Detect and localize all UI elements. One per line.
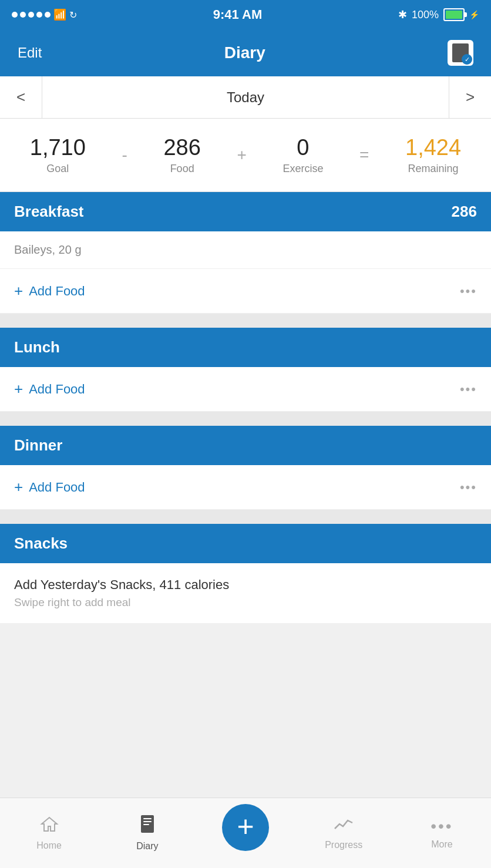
lunch-header: Lunch (0, 328, 491, 367)
plus-icon: + (14, 282, 23, 300)
more-label: More (431, 839, 452, 850)
lunch-add-food-button[interactable]: + Add Food (14, 380, 85, 398)
snacks-header: Snacks (0, 524, 491, 563)
goal-value: 1,710 (30, 135, 86, 160)
progress-icon (334, 816, 354, 836)
dinner-more-button[interactable]: ••• (460, 480, 477, 495)
check-icon: ✓ (462, 54, 472, 65)
next-date-button[interactable]: > (449, 76, 491, 118)
date-navigation: < Today > (0, 76, 491, 119)
tab-more[interactable]: ••• More (393, 817, 491, 850)
home-label: Home (36, 840, 62, 851)
book-icon: ✓ (452, 43, 469, 62)
add-icon: + (237, 812, 254, 841)
plus-icon: + (14, 380, 23, 398)
equals-operator: = (359, 146, 369, 164)
plus-operator: + (237, 146, 246, 164)
food-item-name: Baileys, 20 g (14, 243, 82, 256)
add-button[interactable]: + (222, 804, 269, 851)
current-date: Today (42, 89, 449, 106)
breakfast-header: Breakfast 286 (0, 192, 491, 231)
food-calories: 286 Food (163, 135, 200, 175)
wifi-icon: 📶 (53, 8, 66, 21)
dinner-add-food-label: Add Food (29, 480, 85, 495)
plus-icon: + (14, 478, 23, 496)
breakfast-more-button[interactable]: ••• (460, 284, 477, 299)
exercise-label: Exercise (283, 163, 323, 175)
lunch-title: Lunch (14, 338, 60, 356)
diary-label: Diary (136, 841, 158, 852)
tab-diary[interactable]: Diary (98, 815, 196, 852)
dinner-spacer (0, 510, 491, 524)
dinner-title: Dinner (14, 436, 62, 455)
lunch-add-food-label: Add Food (29, 382, 85, 397)
tab-add[interactable]: + (196, 804, 294, 863)
svg-rect-3 (143, 824, 149, 825)
minus-operator: - (122, 146, 127, 164)
svg-rect-1 (143, 818, 152, 819)
food-label: Food (163, 163, 200, 175)
lunch-more-button[interactable]: ••• (460, 382, 477, 397)
goal-calories: 1,710 Goal (30, 135, 86, 175)
more-icon: ••• (431, 817, 453, 836)
diary-icon (140, 815, 155, 837)
exercise-calories: 0 Exercise (283, 135, 323, 175)
breakfast-add-food-label: Add Food (29, 284, 85, 299)
snacks-suggestion-title: Add Yesterday's Snacks, 411 calories (14, 577, 477, 593)
progress-label: Progress (325, 840, 362, 850)
breakfast-food-item[interactable]: Baileys, 20 g (0, 231, 491, 269)
status-right: ✱ 100% ⚡ (398, 8, 479, 21)
edit-button[interactable]: Edit (18, 45, 42, 61)
remaining-label: Remaining (405, 163, 461, 175)
dinner-add-food-button[interactable]: + Add Food (14, 478, 85, 496)
tab-progress[interactable]: Progress (295, 816, 393, 850)
snacks-suggestion[interactable]: Add Yesterday's Snacks, 411 calories Swi… (0, 563, 491, 623)
breakfast-spacer (0, 314, 491, 328)
battery-icon (443, 8, 465, 21)
remaining-value: 1,424 (405, 135, 461, 160)
prev-date-button[interactable]: < (0, 76, 42, 118)
battery-percent: 100% (412, 9, 439, 21)
dinner-header: Dinner (0, 426, 491, 465)
charging-icon: ⚡ (469, 10, 479, 19)
breakfast-title: Breakfast (14, 203, 84, 221)
refresh-icon: ↻ (69, 9, 77, 21)
nav-bar: Edit Diary ✓ (0, 29, 491, 76)
signal-dots (12, 12, 51, 18)
tab-bar: Home Diary + Progress ••• More (0, 798, 491, 868)
bluetooth-icon: ✱ (398, 8, 407, 21)
breakfast-calories: 286 (452, 203, 477, 221)
lunch-add-food-row: + Add Food ••• (0, 367, 491, 412)
save-diary-button[interactable]: ✓ (448, 40, 473, 66)
svg-rect-2 (143, 821, 152, 822)
breakfast-add-food-button[interactable]: + Add Food (14, 282, 85, 300)
calories-summary: 1,710 Goal - 286 Food + 0 Exercise = 1,4… (0, 119, 491, 192)
page-title: Diary (224, 43, 265, 62)
lunch-spacer (0, 412, 491, 426)
goal-label: Goal (30, 163, 86, 175)
dinner-add-food-row: + Add Food ••• (0, 465, 491, 510)
breakfast-add-food-row: + Add Food ••• (0, 269, 491, 314)
status-left: 📶 ↻ (12, 8, 77, 21)
status-time: 9:41 AM (213, 7, 263, 22)
exercise-value: 0 (283, 135, 323, 160)
status-bar: 📶 ↻ 9:41 AM ✱ 100% ⚡ (0, 0, 491, 29)
remaining-calories: 1,424 Remaining (405, 135, 461, 175)
tab-home[interactable]: Home (0, 815, 98, 851)
food-value: 286 (163, 135, 200, 160)
snacks-suggestion-subtitle: Swipe right to add meal (14, 596, 477, 609)
snacks-title: Snacks (14, 534, 68, 553)
home-icon (40, 815, 59, 837)
